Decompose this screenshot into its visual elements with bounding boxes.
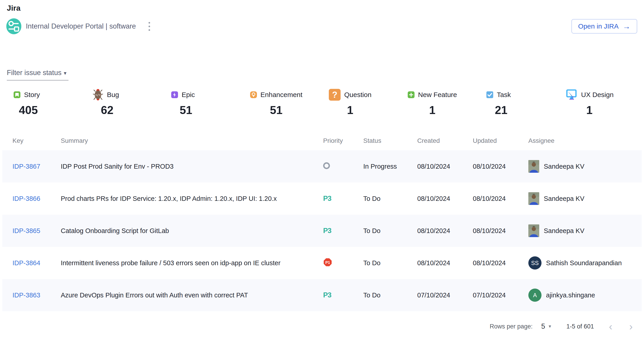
stat-label: Enhancement xyxy=(260,91,302,99)
stat-ux-design: UX Design 1 xyxy=(565,88,644,117)
issue-created: 07/10/2024 xyxy=(417,292,473,299)
stat-task: Task 21 xyxy=(486,88,565,117)
avatar-initials: A xyxy=(528,289,542,302)
pagination: Rows per page: 5 ▼ 1-5 of 601 ‹ › xyxy=(0,321,634,332)
jira-plugin-logo-icon xyxy=(6,18,21,34)
issue-key-link[interactable]: IDP-3865 xyxy=(12,227,40,234)
prev-page-button[interactable]: ‹ xyxy=(607,321,614,332)
issue-summary: Intermittent liveness probe failure / 50… xyxy=(61,259,323,267)
stat-label: Story xyxy=(24,91,40,99)
issue-created: 08/10/2024 xyxy=(417,163,473,170)
col-summary: Summary xyxy=(61,137,323,144)
issue-summary: Catalog Onboarding Script for GitLab xyxy=(61,227,323,235)
table-row: IDP-3867 IDP Post Prod Sanity for Env - … xyxy=(2,150,642,182)
stat-epic: Epic 51 xyxy=(171,88,250,117)
stat-count: 21 xyxy=(486,104,516,117)
issue-key-link[interactable]: IDP-3864 xyxy=(12,259,40,267)
issue-type-counters: Story 405 </> xyxy=(0,88,644,117)
priority-p1-icon: P1 xyxy=(323,258,332,267)
stat-story: Story 405 xyxy=(14,88,92,117)
col-priority: Priority xyxy=(323,137,363,144)
col-key: Key xyxy=(12,137,61,144)
stat-bug: </> Bug 62 xyxy=(92,88,172,117)
issue-status: To Do xyxy=(363,292,417,299)
priority-p3-icon: P3 xyxy=(323,195,331,202)
table-row: IDP-3866 Prod charts PRs for IDP Service… xyxy=(2,182,642,215)
assignee-name: Sathish Soundarapandian xyxy=(546,259,622,267)
enhancement-icon xyxy=(250,91,257,98)
table-row: IDP-3863 Azure DevOps Plugin Errors out … xyxy=(2,279,642,311)
issue-summary: Prod charts PRs for IDP Service: 1.20.x,… xyxy=(61,195,323,202)
issue-updated: 08/10/2024 xyxy=(473,195,528,202)
issue-key-link[interactable]: IDP-3863 xyxy=(12,292,40,299)
arrow-right-icon: → xyxy=(623,22,630,30)
stat-count: 1 xyxy=(565,104,614,117)
next-page-button[interactable]: › xyxy=(628,321,634,332)
priority-p3-icon: P3 xyxy=(323,227,331,235)
stat-count: 1 xyxy=(329,104,372,117)
issue-updated: 08/10/2024 xyxy=(473,227,528,235)
assignee-name: ajinkya.shingane xyxy=(546,292,595,299)
stat-label: Bug xyxy=(107,91,119,99)
stat-enhancement: Enhancement 51 xyxy=(250,88,329,117)
issues-table: Key Summary Priority Status Created Upda… xyxy=(2,131,642,311)
assignee-name: Sandeepa KV xyxy=(544,195,584,202)
card-header: Internal Developer Portal | software Ope… xyxy=(6,18,637,34)
issue-status: To Do xyxy=(363,195,417,202)
issue-summary: IDP Post Prod Sanity for Env - PROD3 xyxy=(61,163,323,170)
stat-new-feature: New Feature 1 xyxy=(408,88,487,117)
issue-updated: 08/10/2024 xyxy=(473,163,528,170)
table-header-row: Key Summary Priority Status Created Upda… xyxy=(2,131,642,150)
table-row: IDP-3865 Catalog Onboarding Script for G… xyxy=(2,215,642,247)
filter-issue-status-label: Filter issue status xyxy=(7,69,62,77)
avatar xyxy=(528,224,539,237)
issue-key-link[interactable]: IDP-3867 xyxy=(12,163,40,170)
story-icon xyxy=(14,91,20,98)
filter-issue-status-select[interactable]: Filter issue status ▼ xyxy=(7,69,68,80)
page-title: Jira xyxy=(7,4,644,12)
epic-icon xyxy=(171,91,178,98)
stat-label: Task xyxy=(497,91,511,99)
issue-updated: 08/10/2024 xyxy=(473,259,528,267)
priority-none-icon xyxy=(323,162,330,169)
issue-summary: Azure DevOps Plugin Errors out with Auth… xyxy=(61,292,323,299)
open-in-jira-label: Open in JIRA xyxy=(578,22,618,30)
open-in-jira-button[interactable]: Open in JIRA → xyxy=(572,19,637,33)
stat-label: New Feature xyxy=(418,91,457,99)
entity-name: Internal Developer Portal | software xyxy=(26,22,136,30)
stat-count: 51 xyxy=(250,104,302,117)
avatar xyxy=(528,192,539,205)
stat-count: 1 xyxy=(408,104,457,117)
issue-created: 08/10/2024 xyxy=(417,259,473,267)
col-status: Status xyxy=(363,137,417,144)
task-icon xyxy=(486,91,493,98)
rows-per-page-label: Rows per page: xyxy=(490,323,533,330)
col-created: Created xyxy=(417,137,473,144)
svg-text:P1: P1 xyxy=(326,260,330,265)
issue-status: To Do xyxy=(363,259,417,267)
priority-p3-icon: P3 xyxy=(323,291,331,299)
rows-per-page-select[interactable]: 5 ▼ xyxy=(541,322,552,331)
chevron-down-icon: ▼ xyxy=(63,71,67,76)
issue-created: 08/10/2024 xyxy=(417,227,473,235)
chevron-down-icon: ▼ xyxy=(548,324,552,329)
issue-updated: 07/10/2024 xyxy=(473,292,528,299)
svg-text:</>: </> xyxy=(95,93,101,97)
stat-count: 51 xyxy=(171,104,201,117)
stat-label: Question xyxy=(344,91,372,99)
question-icon: ? xyxy=(329,89,340,101)
stat-count: 62 xyxy=(92,104,122,117)
col-updated: Updated xyxy=(473,137,528,144)
avatar-initials: SS xyxy=(528,256,542,270)
assignee-name: Sandeepa KV xyxy=(544,227,584,235)
bug-icon: </> xyxy=(92,89,104,101)
col-assignee: Assignee xyxy=(528,137,642,144)
more-options-kebab-icon[interactable] xyxy=(147,21,152,32)
issue-created: 08/10/2024 xyxy=(417,195,473,202)
issue-key-link[interactable]: IDP-3866 xyxy=(12,195,40,202)
issue-status: To Do xyxy=(363,227,417,235)
avatar xyxy=(528,160,539,173)
stat-question: ? Question 1 xyxy=(329,88,408,117)
pagination-range: 1-5 of 601 xyxy=(566,323,594,330)
rows-per-page-value: 5 xyxy=(541,322,545,331)
